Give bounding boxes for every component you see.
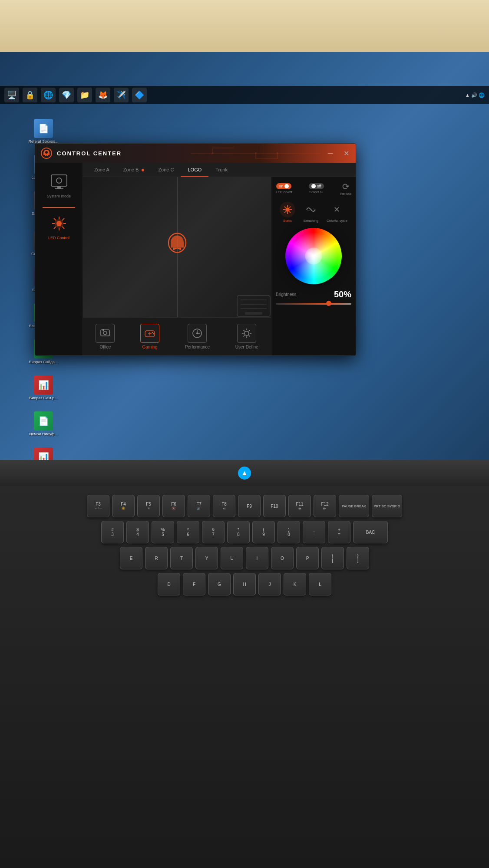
key-j[interactable]: J xyxy=(258,573,281,595)
key-5[interactable]: %5 xyxy=(152,521,174,543)
key-0[interactable]: )0 xyxy=(278,521,300,543)
tab-trunk[interactable]: Trunk xyxy=(208,163,235,177)
keyboard-area: ▲ F3←/→ F4☀️ F5☀ F6🔇 F7🔉 F8⏯ F9 F10 F11⏮… xyxy=(0,460,489,868)
svg-rect-11 xyxy=(51,175,67,186)
key-6[interactable]: ^6 xyxy=(177,521,199,543)
reload-button[interactable]: ⟳ Reload xyxy=(340,181,351,196)
keyboard-rows: F3←/→ F4☀️ F5☀ F6🔇 F7🔉 F8⏯ F9 F10 F11⏮ F… xyxy=(0,486,489,608)
key-pause[interactable]: PAUSE BREAK xyxy=(339,495,369,517)
key-d[interactable]: D xyxy=(158,573,180,595)
taskbar-icon-2[interactable]: 🔒 xyxy=(23,88,37,102)
key-o[interactable]: O xyxy=(271,547,294,569)
key-7[interactable]: &7 xyxy=(202,521,225,543)
key-equals[interactable]: += xyxy=(328,521,350,543)
qwerty-row: E R T Y U I O P {[ }] xyxy=(13,547,476,569)
key-4[interactable]: $4 xyxy=(126,521,149,543)
icon-label: Биораз Сам.р... xyxy=(29,396,57,400)
color-wheel-container xyxy=(276,228,351,284)
key-r[interactable]: R xyxy=(145,547,168,569)
brightness-thumb[interactable] xyxy=(326,301,331,306)
color-wheel[interactable] xyxy=(285,228,342,284)
led-on-control[interactable]: on LED on/off xyxy=(276,183,292,194)
system-mode-icon xyxy=(49,171,69,192)
key-3[interactable]: #3 xyxy=(101,521,124,543)
app-logo-icon xyxy=(40,147,53,159)
tab-zone-b[interactable]: Zone B xyxy=(116,163,152,177)
mode-performance[interactable]: Performance xyxy=(181,322,214,351)
brightness-value: 50% xyxy=(334,289,351,299)
key-f[interactable]: F xyxy=(183,573,205,595)
mode-user-define[interactable]: User Define xyxy=(231,322,263,351)
reload-icon: ⟳ xyxy=(342,181,350,192)
mode-office[interactable]: Office xyxy=(91,322,119,351)
taskbar-tray: ▲ 🔊 🌐 xyxy=(465,92,485,98)
tab-zone-a[interactable]: Zone A xyxy=(87,163,116,177)
key-backspace[interactable]: BAC xyxy=(353,521,388,543)
key-y[interactable]: Y xyxy=(195,547,218,569)
right-panel: on LED on/off off Select all xyxy=(271,177,356,355)
desktop-icon[interactable]: 📄 Исмои Нилуф... xyxy=(2,410,85,438)
led-off-toggle[interactable]: off xyxy=(309,183,324,189)
svg-line-48 xyxy=(284,207,286,208)
desktop-icon[interactable]: 📄 Referat Зокиро... xyxy=(2,117,85,145)
key-9[interactable]: (9 xyxy=(252,521,275,543)
desktop-icon[interactable]: 📊 Биораз Сам.р... xyxy=(2,374,85,402)
key-f10[interactable]: F10 xyxy=(263,495,286,517)
taskbar-icon-8[interactable]: 🔷 xyxy=(132,88,147,102)
laptop-screen: 📄 Referat Зокиро... 📄 самостакте... 👤 Sa… xyxy=(0,52,489,512)
user-define-label: User Define xyxy=(235,345,258,349)
key-e[interactable]: E xyxy=(120,547,142,569)
key-i[interactable]: I xyxy=(246,547,268,569)
light-modes: Static Breathing xyxy=(276,202,351,223)
sidebar-item-led-control[interactable]: LED Control xyxy=(48,213,69,240)
key-u[interactable]: U xyxy=(221,547,243,569)
key-f8[interactable]: F8⏯ xyxy=(213,495,235,517)
sidebar-item-system-mode[interactable]: System mode xyxy=(47,171,71,198)
key-prtsc[interactable]: PRT SC SYSR D xyxy=(372,495,402,517)
key-f7[interactable]: F7🔉 xyxy=(188,495,210,517)
key-minus[interactable]: _- xyxy=(303,521,325,543)
svg-rect-29 xyxy=(245,312,262,315)
key-f5[interactable]: F5☀ xyxy=(137,495,160,517)
key-8[interactable]: *8 xyxy=(227,521,250,543)
taskbar-icon-4[interactable]: 💎 xyxy=(59,88,74,102)
key-f4[interactable]: F4☀️ xyxy=(112,495,135,517)
light-mode-breathing[interactable]: Breathing xyxy=(303,202,319,223)
key-t[interactable]: T xyxy=(170,547,193,569)
light-mode-static[interactable]: Static xyxy=(280,202,295,223)
taskbar-icon-7[interactable]: ✈️ xyxy=(114,88,129,102)
laptop-top-bezel xyxy=(0,0,489,52)
key-g[interactable]: G xyxy=(208,573,231,595)
key-f3[interactable]: F3←/→ xyxy=(87,495,109,517)
taskbar-icon-3[interactable]: 🌐 xyxy=(41,88,56,102)
key-l[interactable]: L xyxy=(309,573,331,595)
keyboard-top-bar: ▲ xyxy=(0,460,489,486)
key-k[interactable]: K xyxy=(284,573,306,595)
taskbar-icon-5[interactable]: 📁 xyxy=(77,88,92,102)
taskbar-icon-1[interactable]: 🖥️ xyxy=(4,88,19,102)
content-area: Office xyxy=(83,177,356,355)
minimize-button[interactable]: ─ xyxy=(324,147,337,159)
key-f6[interactable]: F6🔇 xyxy=(162,495,185,517)
brightness-slider[interactable] xyxy=(276,303,351,305)
colorful-label: Colorful cycle xyxy=(327,219,347,223)
key-f9[interactable]: F9 xyxy=(238,495,261,517)
led-on-toggle[interactable]: on xyxy=(276,183,291,189)
key-bracket-left[interactable]: {[ xyxy=(321,547,344,569)
taskbar-icon-6[interactable]: 🦊 xyxy=(96,88,110,102)
key-bracket-right[interactable]: }] xyxy=(347,547,369,569)
home-row: D F G H J K L xyxy=(13,573,476,595)
tab-logo[interactable]: LOGO xyxy=(181,163,208,177)
key-h[interactable]: H xyxy=(233,573,256,595)
brightness-label: Brightness xyxy=(276,292,296,297)
mode-gaming[interactable]: Gaming xyxy=(136,322,164,351)
key-f12[interactable]: F12⏭ xyxy=(314,495,336,517)
key-f11[interactable]: F11⏮ xyxy=(288,495,311,517)
close-button[interactable]: ✕ xyxy=(340,147,352,159)
key-p[interactable]: P xyxy=(296,547,319,569)
light-mode-colorful[interactable]: ✕ Colorful cycle xyxy=(327,202,347,223)
svg-point-42 xyxy=(244,331,249,335)
led-off-control[interactable]: off Select all xyxy=(309,183,324,194)
tab-zone-c[interactable]: Zone C xyxy=(151,163,181,177)
user-define-icon xyxy=(237,324,256,343)
